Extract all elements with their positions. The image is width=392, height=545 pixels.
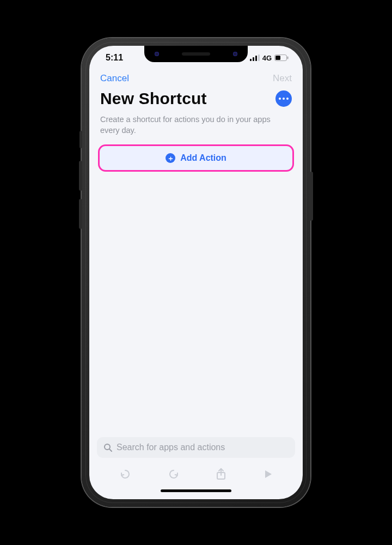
svg-rect-1: [253, 57, 254, 61]
battery-icon: [274, 55, 289, 61]
bottom-toolbar: [89, 461, 303, 487]
network-type-label: 4G: [262, 54, 272, 62]
search-icon: [103, 443, 112, 452]
search-placeholder: Search for apps and actions: [117, 443, 225, 452]
ellipsis-icon: [286, 98, 289, 100]
volume-up-button[interactable]: [79, 161, 82, 191]
search-input[interactable]: Search for apps and actions: [97, 437, 295, 458]
cancel-button[interactable]: Cancel: [100, 73, 129, 84]
status-right: 4G: [250, 54, 289, 62]
search-wrapper: Search for apps and actions: [89, 437, 303, 461]
clock: 5:11: [106, 53, 123, 63]
add-action-label: Add Action: [180, 153, 226, 163]
plus-circle-icon: ＋: [166, 153, 175, 163]
home-indicator[interactable]: [161, 489, 231, 492]
undo-icon[interactable]: [119, 468, 131, 480]
svg-rect-6: [287, 57, 289, 59]
front-sensor-dot: [155, 52, 159, 56]
device-frame: 5:11 4G: [82, 38, 310, 507]
svg-rect-3: [258, 55, 260, 61]
home-indicator-area: [89, 487, 303, 499]
cellular-signal-icon: [250, 55, 260, 61]
screen: 5:11 4G: [89, 46, 303, 499]
mute-switch[interactable]: [79, 131, 82, 148]
ellipsis-icon: [283, 98, 285, 100]
add-action-wrapper: ＋ Add Action: [89, 144, 303, 172]
power-button[interactable]: [310, 172, 313, 221]
svg-rect-2: [255, 56, 257, 61]
earpiece-speaker: [182, 52, 210, 56]
empty-canvas: [89, 172, 303, 437]
volume-down-button[interactable]: [79, 199, 82, 229]
play-icon[interactable]: [263, 469, 273, 479]
share-icon[interactable]: [216, 468, 226, 481]
redo-icon[interactable]: [168, 468, 180, 480]
nav-bar: Cancel Next: [89, 70, 303, 86]
ellipsis-icon: [279, 98, 281, 100]
add-action-button[interactable]: ＋ Add Action: [98, 144, 294, 172]
svg-rect-5: [275, 56, 280, 60]
svg-rect-0: [250, 59, 252, 61]
next-button: Next: [273, 73, 292, 84]
title-row: New Shortcut: [89, 86, 303, 111]
page-subtitle: Create a shortcut for actions you do in …: [89, 111, 303, 144]
notch: [144, 46, 248, 62]
svg-line-8: [109, 449, 112, 451]
more-options-button[interactable]: [275, 90, 292, 107]
page-title: New Shortcut: [100, 89, 207, 108]
front-camera-dot: [233, 52, 237, 56]
